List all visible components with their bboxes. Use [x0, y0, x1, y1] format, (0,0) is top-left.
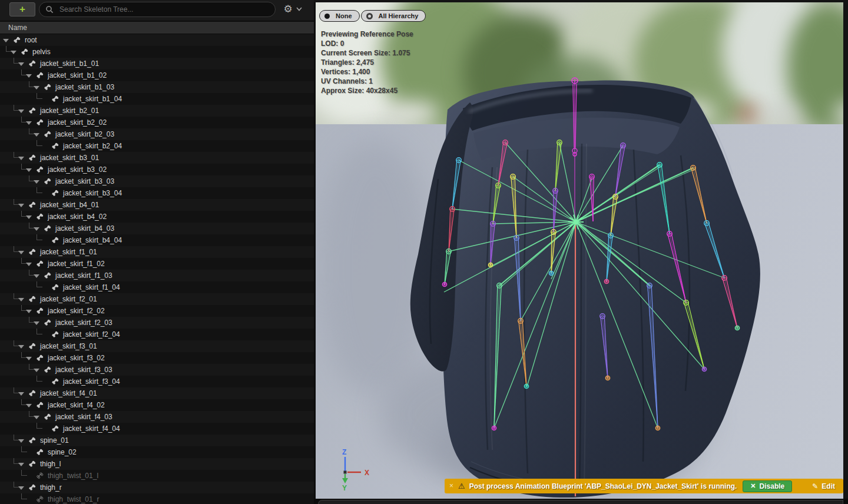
tree-column-header[interactable]: Name [0, 21, 314, 34]
expander-arrow-icon[interactable] [18, 345, 24, 349]
tree-row-root[interactable]: root [0, 34, 314, 46]
expander-arrow-icon[interactable] [34, 321, 39, 325]
tree-row-jacket_skirt_b4_04[interactable]: jacket_skirt_b4_04 [0, 234, 314, 246]
expander-arrow-icon[interactable] [18, 463, 24, 466]
expander-arrow-icon[interactable] [18, 298, 24, 301]
bone-icon [13, 36, 21, 47]
tree-row-jacket_skirt_f1_02[interactable]: jacket_skirt_f1_02 [0, 258, 314, 270]
expander-arrow-icon[interactable] [34, 227, 39, 231]
expander-arrow-icon[interactable] [26, 310, 32, 313]
axis-y-label: Y [342, 484, 347, 491]
tree-row-jacket_skirt_b2_04[interactable]: jacket_skirt_b2_04 [0, 140, 314, 152]
chevron-down-icon[interactable] [296, 5, 303, 12]
expander-arrow-icon[interactable] [18, 392, 24, 396]
expander-arrow-icon[interactable] [3, 39, 9, 42]
expander-arrow-icon[interactable] [26, 74, 32, 78]
mode-button-all-hierarchy[interactable]: All Hierarchy [361, 10, 426, 22]
bone-name-label: jacket_skirt_b3_02 [48, 164, 107, 175]
tree-row-jacket_skirt_f4_02[interactable]: jacket_skirt_f4_02 [0, 399, 314, 411]
bone-name-label: jacket_skirt_f2_04 [63, 329, 120, 340]
expander-arrow-icon[interactable] [26, 121, 32, 125]
bone-name-label: jacket_skirt_b4_04 [63, 234, 122, 246]
tree-row-jacket_skirt_f4_03[interactable]: jacket_skirt_f4_03 [0, 411, 314, 423]
tree-row-jacket_skirt_f1_03[interactable]: jacket_skirt_f1_03 [0, 270, 314, 281]
bone-icon [44, 271, 52, 282]
tree-row-jacket_skirt_f2_02[interactable]: jacket_skirt_f2_02 [0, 305, 314, 317]
expander-arrow-icon[interactable] [18, 110, 24, 113]
search-input[interactable] [58, 5, 269, 14]
expander-arrow-icon[interactable] [26, 404, 32, 407]
expander-arrow-icon[interactable] [34, 369, 39, 372]
skirt-mesh[interactable] [410, 80, 760, 498]
search-box[interactable] [39, 2, 276, 17]
bone-icon [28, 248, 37, 258]
tree-row-jacket_skirt_b1_01[interactable]: jacket_skirt_b1_01 [0, 58, 314, 69]
axis-gizmo: Z X Y [324, 444, 377, 491]
tree-row-jacket_skirt_b3_04[interactable]: jacket_skirt_b3_04 [0, 187, 314, 199]
tree-row-thigh_twist_01_l[interactable]: thigh_twist_01_l [0, 470, 314, 482]
tree-row-jacket_skirt_f4_01[interactable]: jacket_skirt_f4_01 [0, 387, 314, 399]
tree-row-thigh_twist_01_r[interactable]: thigh_twist_01_r [0, 493, 314, 504]
bone-name-label: jacket_skirt_b1_03 [55, 81, 114, 93]
mode-button-none[interactable]: None [319, 10, 360, 22]
expander-arrow-icon[interactable] [26, 168, 32, 172]
expander-arrow-icon[interactable] [18, 204, 24, 207]
bone-icon [28, 342, 37, 353]
tree-row-spine_02[interactable]: spine_02 [0, 446, 314, 458]
tree-row-jacket_skirt_b1_03[interactable]: jacket_skirt_b1_03 [0, 81, 314, 93]
tree-row-jacket_skirt_b3_01[interactable]: jacket_skirt_b3_01 [0, 152, 314, 164]
expander-arrow-icon[interactable] [34, 133, 39, 137]
preview-viewport[interactable]: None All Hierarchy Previewing Reference … [316, 2, 843, 499]
tree-row-jacket_skirt_f4_04[interactable]: jacket_skirt_f4_04 [0, 423, 314, 435]
expander-arrow-icon[interactable] [34, 416, 39, 419]
axis-z-label: Z [342, 448, 346, 456]
tree-row-jacket_skirt_b1_04[interactable]: jacket_skirt_b1_04 [0, 93, 314, 105]
bone-icon [36, 495, 44, 504]
close-icon[interactable]: × [449, 479, 453, 493]
expander-arrow-icon[interactable] [18, 251, 24, 254]
tree-row-jacket_skirt_b4_02[interactable]: jacket_skirt_b4_02 [0, 211, 314, 223]
tree-row-jacket_skirt_b4_01[interactable]: jacket_skirt_b4_01 [0, 199, 314, 211]
expander-arrow-icon[interactable] [11, 51, 16, 54]
tree-row-jacket_skirt_f3_04[interactable]: jacket_skirt_f3_04 [0, 376, 314, 387]
expander-arrow-icon[interactable] [18, 486, 24, 490]
expander-arrow-icon[interactable] [26, 215, 32, 219]
tree-row-jacket_skirt_f2_03[interactable]: jacket_skirt_f2_03 [0, 317, 314, 329]
expander-arrow-icon[interactable] [34, 86, 39, 89]
tree-row-pelvis[interactable]: pelvis [0, 46, 314, 58]
tree-row-jacket_skirt_b3_02[interactable]: jacket_skirt_b3_02 [0, 164, 314, 175]
tree-row-spine_01[interactable]: spine_01 [0, 435, 314, 446]
tree-row-jacket_skirt_f2_01[interactable]: jacket_skirt_f2_01 [0, 293, 314, 305]
tree-row-thigh_l[interactable]: thigh_l [0, 458, 314, 470]
disable-button[interactable]: ✕ Disable [743, 480, 792, 492]
bone-name-label: thigh_l [40, 458, 61, 470]
tree-row-jacket_skirt_f3_03[interactable]: jacket_skirt_f3_03 [0, 364, 314, 376]
tree-row-jacket_skirt_f3_01[interactable]: jacket_skirt_f3_01 [0, 340, 314, 352]
expander-arrow-icon[interactable] [34, 274, 39, 278]
tree-row-jacket_skirt_f1_04[interactable]: jacket_skirt_f1_04 [0, 281, 314, 293]
gear-icon[interactable]: ⚙ [281, 3, 295, 16]
expander-arrow-icon[interactable] [26, 263, 32, 266]
edit-button[interactable]: ✎ Edit [812, 482, 835, 490]
skeleton-tree-toolbar: + ⚙ [0, 0, 314, 20]
expander-arrow-icon[interactable] [26, 357, 32, 360]
tree-row-jacket_skirt_f1_01[interactable]: jacket_skirt_f1_01 [0, 246, 314, 258]
tree-row-jacket_skirt_f3_02[interactable]: jacket_skirt_f3_02 [0, 352, 314, 364]
expander-arrow-icon[interactable] [18, 62, 24, 66]
bone-icon [28, 59, 37, 70]
add-bone-button[interactable]: + [9, 2, 35, 16]
bone-name-label: jacket_skirt_f4_03 [55, 411, 112, 423]
expander-arrow-icon[interactable] [18, 439, 24, 443]
tree-connector [21, 493, 27, 499]
tree-row-jacket_skirt_b1_02[interactable]: jacket_skirt_b1_02 [0, 69, 314, 81]
tree-row-jacket_skirt_b3_03[interactable]: jacket_skirt_b3_03 [0, 175, 314, 187]
tree-row-jacket_skirt_b2_02[interactable]: jacket_skirt_b2_02 [0, 117, 314, 128]
expander-arrow-icon[interactable] [34, 180, 39, 184]
tree-row-jacket_skirt_b4_03[interactable]: jacket_skirt_b4_03 [0, 223, 314, 234]
expander-arrow-icon[interactable] [18, 157, 24, 160]
tree-row-jacket_skirt_b2_03[interactable]: jacket_skirt_b2_03 [0, 128, 314, 140]
tree-row-jacket_skirt_f2_04[interactable]: jacket_skirt_f2_04 [0, 329, 314, 340]
bone-icon [36, 354, 44, 364]
tree-row-thigh_r[interactable]: thigh_r [0, 482, 314, 493]
tree-row-jacket_skirt_b2_01[interactable]: jacket_skirt_b2_01 [0, 105, 314, 117]
